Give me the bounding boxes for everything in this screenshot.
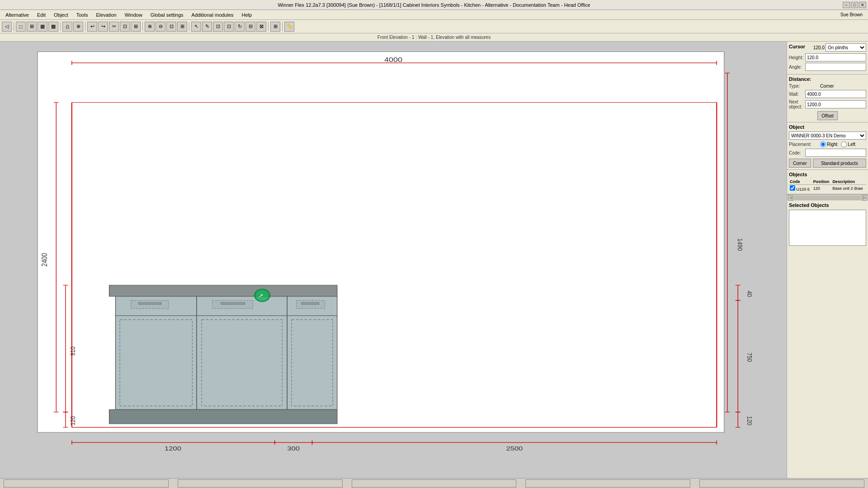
- scroll-right-button[interactable]: ▷: [862, 195, 867, 201]
- object-section: Object WINNER 0000-3 EN Demo Placement: …: [787, 122, 868, 170]
- next-object-row: Next object:: [789, 99, 866, 109]
- menu-bar: Alternative Edit Object Tools Elevation …: [0, 10, 868, 20]
- horizontal-scrollbar[interactable]: ◁ ▷: [787, 194, 868, 201]
- svg-rect-46: [221, 302, 245, 304]
- table-row: U120-5 120 Base unit 2 draw: [789, 185, 866, 192]
- save-button[interactable]: ▦: [38, 22, 47, 32]
- placement-row: Placement: Right Left: [789, 141, 866, 147]
- user-name: Sue Brown: [840, 12, 866, 17]
- left-radio-label[interactable]: Left: [841, 141, 855, 147]
- status-seg-5: [699, 479, 864, 488]
- new-button[interactable]: □: [16, 22, 26, 32]
- cursor-value: 120.0: [813, 45, 825, 50]
- redo-button[interactable]: ↪: [98, 22, 108, 32]
- copy-button[interactable]: ⊡: [120, 22, 130, 32]
- height-label: Height:: [789, 55, 803, 60]
- measure-button[interactable]: 📏: [284, 22, 294, 32]
- minimize-button[interactable]: −: [843, 2, 850, 8]
- window-controls: − □ ✕: [843, 2, 866, 8]
- menu-global-settings[interactable]: Global settings: [147, 11, 187, 19]
- menu-window[interactable]: Window: [121, 11, 146, 19]
- standard-products-button[interactable]: Standard products: [813, 159, 866, 168]
- paste-button[interactable]: ⊞: [131, 22, 141, 32]
- objects-section: Objects Code Position Description U120-5…: [787, 170, 868, 194]
- status-seg-1: [4, 479, 169, 488]
- open-button[interactable]: ⊞: [27, 22, 37, 32]
- move-button[interactable]: ⊡: [224, 22, 234, 32]
- scroll-left-button[interactable]: ◁: [788, 195, 793, 201]
- undo-button[interactable]: ↩: [87, 22, 97, 32]
- canvas-area[interactable]: 4000 2400 910 120 1490: [0, 42, 787, 478]
- col-position: Position: [812, 179, 832, 185]
- print-button[interactable]: ⎙: [62, 22, 72, 32]
- back-button[interactable]: ◁: [2, 22, 12, 32]
- wall-row: Wall:: [789, 90, 866, 98]
- right-panel: Cursor 120.0 On plinths Height: Angle: D…: [787, 42, 868, 478]
- plinth: [109, 409, 337, 423]
- next-object-input[interactable]: [805, 100, 866, 108]
- status-seg-4: [525, 479, 690, 488]
- select-button[interactable]: ⊡: [213, 22, 223, 32]
- maximize-button[interactable]: □: [851, 2, 858, 8]
- menu-help[interactable]: Help: [238, 11, 256, 19]
- offset-button[interactable]: Offset: [817, 111, 838, 120]
- dim-top-label: 4000: [384, 56, 402, 63]
- zoom-in-button[interactable]: ⊕: [145, 22, 155, 32]
- col-description: Description: [831, 179, 866, 185]
- row-checkbox[interactable]: [790, 185, 795, 191]
- elevation-status-text: Front Elevation - 1 : Wall - 1, Elevatio…: [377, 35, 491, 40]
- distance-title: Distance:: [789, 76, 866, 82]
- corner-button[interactable]: Corner: [789, 159, 811, 168]
- menu-object[interactable]: Object: [50, 11, 72, 19]
- save-all-button[interactable]: ▩: [48, 22, 58, 32]
- svg-rect-52: [287, 316, 337, 410]
- status-seg-2: [178, 479, 343, 488]
- object-dropdown[interactable]: WINNER 0000-3 EN Demo: [789, 131, 866, 140]
- height-row: Height:: [789, 53, 866, 61]
- dim-left-mid: 910: [68, 347, 76, 356]
- objects-table: Code Position Description U120-5 120 Bas…: [789, 179, 866, 192]
- elevation-statusbar: Front Elevation - 1 : Wall - 1, Elevatio…: [0, 33, 868, 42]
- height-input[interactable]: [805, 53, 866, 61]
- menu-tools[interactable]: Tools: [73, 11, 92, 19]
- delete-button[interactable]: ⊠: [256, 22, 266, 32]
- grid-button[interactable]: ⊞: [270, 22, 280, 32]
- angle-row: Angle:: [789, 63, 866, 71]
- menu-elevation[interactable]: Elevation: [92, 11, 120, 19]
- code-input[interactable]: [805, 149, 866, 157]
- cut-button[interactable]: ✂: [109, 22, 119, 32]
- right-radio[interactable]: [820, 141, 826, 147]
- selected-objects-section: Selected Objects: [787, 201, 868, 478]
- left-radio[interactable]: [841, 141, 847, 147]
- toolbar-separator-6: [268, 22, 269, 31]
- draw-button[interactable]: ✎: [202, 22, 212, 32]
- cursor-section: Cursor 120.0 On plinths Height: Angle:: [787, 42, 868, 75]
- wall-input[interactable]: [805, 90, 866, 98]
- svg-rect-51: [302, 302, 319, 304]
- dim-left-bot: 120: [68, 416, 76, 426]
- col-code: Code: [789, 179, 812, 185]
- print-preview-button[interactable]: ⊕: [73, 22, 83, 32]
- right-radio-label[interactable]: Right: [820, 141, 837, 147]
- zoom-select-button[interactable]: ⊞: [177, 22, 187, 32]
- selected-objects-title: Selected Objects: [789, 202, 866, 208]
- dim-right-750: 750: [746, 352, 754, 362]
- zoom-out-button[interactable]: ⊖: [156, 22, 165, 32]
- mirror-button[interactable]: ⊟: [245, 22, 255, 32]
- menu-alternative[interactable]: Alternative: [2, 11, 33, 19]
- object-title: Object: [789, 124, 866, 130]
- close-button[interactable]: ✕: [859, 2, 866, 8]
- angle-input[interactable]: [805, 63, 866, 71]
- rotate-button[interactable]: ↻: [235, 22, 245, 32]
- menu-edit[interactable]: Edit: [33, 11, 49, 19]
- toolbar-separator-5: [189, 22, 189, 31]
- toolbar-separator-2: [60, 22, 61, 31]
- scroll-track[interactable]: [794, 196, 861, 200]
- menu-additional-modules[interactable]: Additional modules: [188, 11, 237, 19]
- dim-right-40: 40: [746, 291, 754, 297]
- cursor-button[interactable]: ↖: [191, 22, 201, 32]
- svg-text:↗: ↗: [258, 293, 264, 298]
- cursor-dropdown[interactable]: On plinths: [826, 43, 866, 52]
- zoom-fit-button[interactable]: ⊡: [166, 22, 176, 32]
- dim-right-1490: 1490: [736, 239, 745, 251]
